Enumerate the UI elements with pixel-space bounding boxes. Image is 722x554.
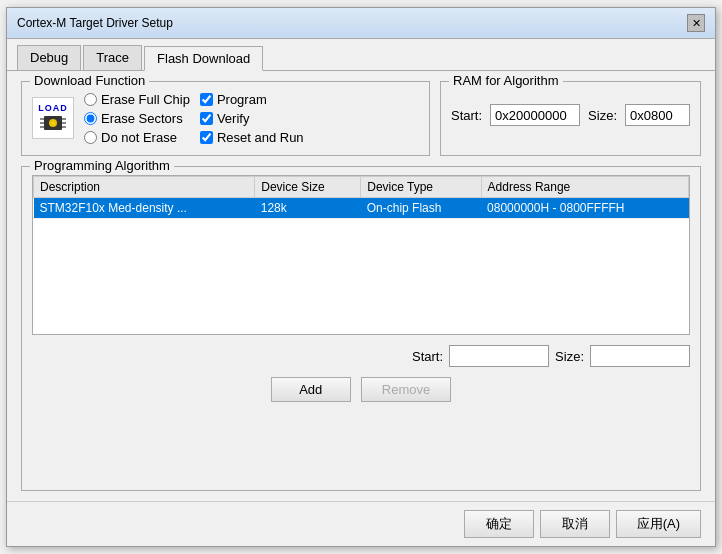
- svg-rect-4: [62, 118, 66, 120]
- apply-button[interactable]: 应用(A): [616, 510, 701, 538]
- cell-device-type: On-chip Flash: [361, 198, 481, 219]
- pa-start-label: Start:: [412, 349, 443, 364]
- checkbox-program: Program: [200, 92, 304, 107]
- ok-button[interactable]: 确定: [464, 510, 534, 538]
- start-input[interactable]: [490, 104, 580, 126]
- cell-address-range: 08000000H - 0800FFFFH: [481, 198, 688, 219]
- table-row[interactable]: STM32F10x Med-density ... 128k On-chip F…: [34, 198, 689, 219]
- remove-button[interactable]: Remove: [361, 377, 451, 402]
- col-description: Description: [34, 177, 255, 198]
- radio-erase-full: Erase Full Chip: [84, 92, 190, 107]
- radio-options: Erase Full Chip Erase Sectors Do not Era…: [84, 92, 190, 145]
- cell-device-size: 128k: [255, 198, 361, 219]
- checkbox-program-input[interactable]: [200, 93, 213, 106]
- main-window: Cortex-M Target Driver Setup ✕ Debug Tra…: [6, 7, 716, 547]
- pa-content: Description Device Size Device Type Addr…: [32, 175, 690, 402]
- cancel-button[interactable]: 取消: [540, 510, 610, 538]
- checkbox-verify: Verify: [200, 111, 304, 126]
- svg-rect-1: [40, 118, 44, 120]
- radio-erase-sectors: Erase Sectors: [84, 111, 190, 126]
- tab-bar: Debug Trace Flash Download: [7, 39, 715, 71]
- col-address-range: Address Range: [481, 177, 688, 198]
- ram-fields: Start: Size:: [451, 104, 690, 126]
- title-bar: Cortex-M Target Driver Setup ✕: [7, 8, 715, 39]
- download-function-group: Download Function LOAD: [21, 81, 430, 156]
- checkbox-options: Program Verify Reset and Run: [200, 92, 304, 145]
- col-device-type: Device Type: [361, 177, 481, 198]
- cell-description: STM32F10x Med-density ...: [34, 198, 255, 219]
- pa-buttons: Add Remove: [32, 377, 690, 402]
- checkbox-verify-input[interactable]: [200, 112, 213, 125]
- size-input[interactable]: [625, 104, 690, 126]
- ram-algorithm-title: RAM for Algorithm: [449, 73, 562, 88]
- tab-trace[interactable]: Trace: [83, 45, 142, 70]
- checkbox-reset-run-label: Reset and Run: [217, 130, 304, 145]
- checkbox-reset-run: Reset and Run: [200, 130, 304, 145]
- algorithm-table-container: Description Device Size Device Type Addr…: [32, 175, 690, 335]
- window-title: Cortex-M Target Driver Setup: [17, 16, 173, 30]
- checkbox-reset-run-input[interactable]: [200, 131, 213, 144]
- svg-rect-6: [62, 126, 66, 128]
- add-button[interactable]: Add: [271, 377, 351, 402]
- load-icon: LOAD: [32, 97, 74, 139]
- radio-no-erase-label: Do not Erase: [101, 130, 177, 145]
- checkbox-program-label: Program: [217, 92, 267, 107]
- download-inner: LOAD: [32, 90, 419, 145]
- radio-erase-sectors-input[interactable]: [84, 112, 97, 125]
- pa-size-label: Size:: [555, 349, 584, 364]
- table-header-row: Description Device Size Device Type Addr…: [34, 177, 689, 198]
- start-label: Start:: [451, 108, 482, 123]
- checkbox-verify-label: Verify: [217, 111, 250, 126]
- programming-algorithm-group: Programming Algorithm Description Device…: [21, 166, 701, 491]
- pa-start-input[interactable]: [449, 345, 549, 367]
- radio-erase-full-label: Erase Full Chip: [101, 92, 190, 107]
- svg-rect-2: [40, 122, 44, 124]
- tab-debug[interactable]: Debug: [17, 45, 81, 70]
- pa-bottom-fields: Start: Size:: [32, 345, 690, 367]
- pa-size-input[interactable]: [590, 345, 690, 367]
- tab-flash-download[interactable]: Flash Download: [144, 46, 263, 71]
- size-label: Size:: [588, 108, 617, 123]
- svg-rect-5: [62, 122, 66, 124]
- programming-algorithm-title: Programming Algorithm: [30, 158, 174, 173]
- footer: 确定 取消 应用(A): [7, 501, 715, 546]
- close-button[interactable]: ✕: [687, 14, 705, 32]
- svg-rect-3: [40, 126, 44, 128]
- top-panels: Download Function LOAD: [21, 81, 701, 156]
- main-content: Download Function LOAD: [7, 71, 715, 501]
- download-function-title: Download Function: [30, 73, 149, 88]
- algorithm-table: Description Device Size Device Type Addr…: [33, 176, 689, 219]
- radio-no-erase-input[interactable]: [84, 131, 97, 144]
- radio-no-erase: Do not Erase: [84, 130, 190, 145]
- radio-erase-full-input[interactable]: [84, 93, 97, 106]
- radio-erase-sectors-label: Erase Sectors: [101, 111, 183, 126]
- ram-algorithm-group: RAM for Algorithm Start: Size:: [440, 81, 701, 156]
- col-device-size: Device Size: [255, 177, 361, 198]
